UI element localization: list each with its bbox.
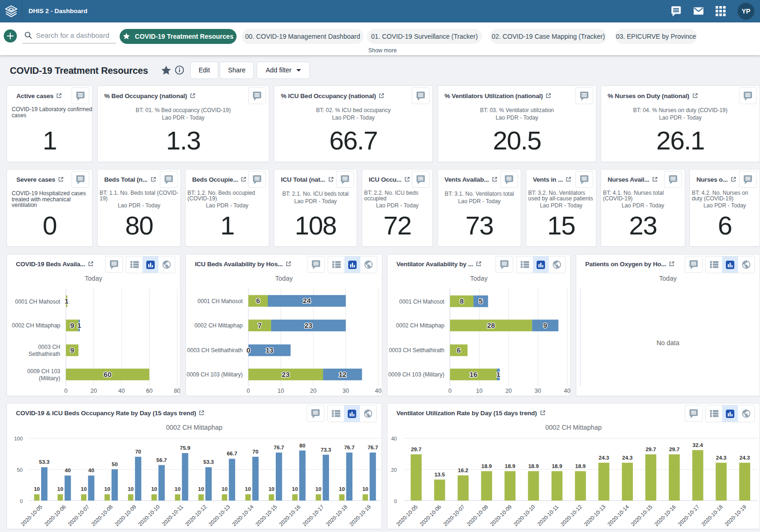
- svg-text:2020-10-15: 2020-10-15: [255, 504, 278, 527]
- svg-text:2020-10-06: 2020-10-06: [419, 504, 442, 527]
- svg-text:10: 10: [245, 486, 251, 492]
- svg-text:28: 28: [487, 321, 495, 329]
- svg-text:13: 13: [265, 346, 273, 354]
- svg-text:0: 0: [20, 498, 22, 504]
- svg-text:10: 10: [34, 486, 40, 492]
- svg-text:0001 CH Mahosot: 0001 CH Mahosot: [15, 298, 60, 305]
- svg-text:2020-10-16: 2020-10-16: [653, 504, 677, 527]
- svg-text:0002 CH Mittaphap: 0002 CH Mittaphap: [12, 322, 61, 329]
- svg-text:10: 10: [476, 388, 482, 394]
- svg-text:0003 CH Setthathirath: 0003 CH Setthathirath: [187, 347, 243, 354]
- svg-text:2020-10-06: 2020-10-06: [43, 504, 67, 527]
- svg-text:2020-10-15: 2020-10-15: [630, 504, 653, 527]
- svg-text:60: 60: [104, 370, 112, 378]
- svg-text:0003 CH: 0003 CH: [38, 344, 60, 350]
- svg-text:2020-10-14: 2020-10-14: [607, 504, 631, 527]
- svg-text:0009 CH 103 (Military): 0009 CH 103 (Military): [186, 371, 243, 378]
- svg-text:10: 10: [151, 486, 157, 492]
- svg-text:29.7: 29.7: [411, 447, 421, 452]
- svg-text:20: 20: [310, 388, 316, 394]
- svg-text:10: 10: [222, 486, 228, 492]
- svg-text:1: 1: [496, 370, 500, 378]
- svg-text:12: 12: [338, 370, 346, 378]
- svg-text:80: 80: [300, 443, 306, 448]
- svg-text:2020-10-17: 2020-10-17: [301, 504, 325, 527]
- svg-text:24.3: 24.3: [622, 455, 632, 461]
- svg-text:75.9: 75.9: [180, 445, 190, 451]
- svg-text:2020-10-08: 2020-10-08: [466, 504, 489, 527]
- svg-text:20: 20: [391, 467, 397, 473]
- svg-text:53.3: 53.3: [39, 459, 50, 465]
- svg-text:7: 7: [258, 321, 261, 329]
- svg-text:2020-10-05: 2020-10-05: [395, 504, 419, 527]
- svg-text:18.9: 18.9: [481, 463, 492, 469]
- svg-text:2020-10-05: 2020-10-05: [20, 504, 43, 527]
- svg-text:10: 10: [175, 486, 181, 492]
- svg-text:2020-10-14: 2020-10-14: [231, 504, 255, 527]
- svg-text:10: 10: [278, 388, 284, 394]
- svg-text:50: 50: [17, 467, 22, 473]
- svg-text:0009 CH 103 (Military): 0009 CH 103 (Military): [388, 371, 445, 378]
- svg-text:2020-10-12: 2020-10-12: [559, 504, 583, 527]
- svg-text:0001 CH Mahosot: 0001 CH Mahosot: [198, 298, 243, 305]
- svg-text:24.3: 24.3: [599, 455, 609, 461]
- svg-text:20: 20: [91, 388, 97, 394]
- svg-text:2020-10-13: 2020-10-13: [583, 504, 606, 527]
- svg-text:100: 100: [14, 436, 22, 441]
- svg-text:2020-10-11: 2020-10-11: [161, 504, 184, 527]
- svg-text:24.3: 24.3: [716, 455, 726, 461]
- svg-text:0: 0: [394, 498, 397, 504]
- svg-text:10: 10: [362, 486, 368, 492]
- svg-text:60: 60: [146, 388, 153, 394]
- svg-text:29.7: 29.7: [645, 447, 656, 452]
- svg-text:2020-10-07: 2020-10-07: [67, 504, 90, 527]
- svg-text:70: 70: [135, 449, 141, 454]
- svg-text:16: 16: [470, 370, 478, 378]
- svg-text:10: 10: [81, 486, 87, 492]
- svg-text:29.7: 29.7: [669, 447, 679, 452]
- svg-text:2020-10-10: 2020-10-10: [513, 504, 536, 527]
- svg-text:10: 10: [339, 486, 345, 492]
- svg-text:Setthathirath: Setthathirath: [29, 351, 60, 357]
- svg-text:9: 9: [70, 346, 74, 354]
- svg-text:(Military): (Military): [39, 375, 60, 382]
- svg-text:2020-10-19: 2020-10-19: [348, 504, 372, 527]
- svg-text:50: 50: [112, 461, 118, 467]
- svg-text:10: 10: [104, 486, 110, 492]
- svg-text:32.4: 32.4: [693, 442, 703, 448]
- svg-text:6: 6: [256, 297, 260, 305]
- svg-text:1: 1: [77, 321, 81, 329]
- svg-text:13.5: 13.5: [434, 472, 445, 477]
- svg-text:0: 0: [247, 388, 250, 394]
- svg-text:10: 10: [268, 486, 274, 492]
- svg-text:70: 70: [252, 449, 258, 454]
- svg-text:2020-10-16: 2020-10-16: [278, 504, 301, 527]
- svg-text:10: 10: [57, 486, 64, 492]
- svg-text:0002 CH Mittaphap: 0002 CH Mittaphap: [194, 322, 243, 329]
- svg-text:2020-10-09: 2020-10-09: [489, 504, 513, 527]
- svg-text:2020-10-18: 2020-10-18: [325, 504, 348, 527]
- svg-text:18.9: 18.9: [552, 463, 562, 469]
- svg-text:16.2: 16.2: [458, 468, 468, 473]
- svg-text:9: 9: [543, 321, 547, 329]
- svg-text:18.9: 18.9: [528, 463, 538, 469]
- svg-text:20: 20: [505, 388, 512, 394]
- svg-text:18.9: 18.9: [575, 463, 586, 469]
- svg-text:6: 6: [457, 346, 460, 354]
- svg-text:2020-10-17: 2020-10-17: [677, 504, 700, 527]
- svg-text:24: 24: [303, 297, 311, 305]
- svg-text:40: 40: [375, 388, 381, 394]
- svg-text:2020-10-09: 2020-10-09: [114, 504, 137, 527]
- svg-text:8: 8: [460, 297, 464, 305]
- svg-text:0002 CH Mittaphap: 0002 CH Mittaphap: [396, 322, 445, 329]
- svg-text:18.9: 18.9: [505, 463, 515, 469]
- svg-text:30: 30: [343, 388, 349, 394]
- svg-text:2020-10-19: 2020-10-19: [724, 504, 747, 527]
- svg-text:30: 30: [535, 388, 541, 394]
- svg-text:10: 10: [315, 486, 322, 492]
- svg-text:5: 5: [479, 297, 482, 305]
- svg-text:9: 9: [70, 321, 74, 329]
- svg-text:0009 CH 103: 0009 CH 103: [27, 368, 60, 375]
- svg-text:56.7: 56.7: [157, 457, 167, 463]
- svg-text:40: 40: [88, 468, 94, 473]
